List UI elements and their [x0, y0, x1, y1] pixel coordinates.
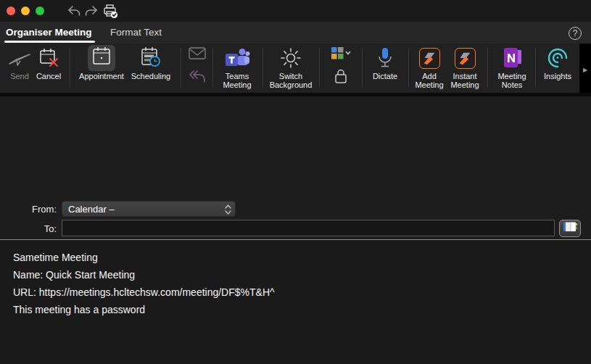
scheduling-button[interactable]: Scheduling	[128, 44, 173, 93]
to-input[interactable]	[62, 220, 555, 236]
ribbon-separator	[535, 48, 536, 87]
meeting-window: Organiser Meeting Format Text ? Send	[0, 0, 591, 364]
cancel-button[interactable]: Cancel	[32, 44, 65, 93]
from-label: From:	[0, 204, 57, 215]
mail-reply-group	[186, 44, 209, 87]
close-window-button[interactable]	[7, 7, 15, 15]
sun-icon	[267, 44, 315, 73]
ribbon-separator	[70, 48, 70, 87]
ribbon-separator	[263, 48, 263, 87]
body-line-password: This meeting has a password	[13, 304, 145, 315]
appointment-calendar-icon	[91, 46, 112, 70]
ribbon: Send Cancel	[0, 44, 591, 93]
from-value: Calendar –	[68, 204, 115, 215]
to-address-book-button[interactable]	[559, 220, 581, 237]
cancel-calendar-icon	[32, 44, 65, 73]
mail-icon[interactable]	[189, 47, 206, 63]
address-book-icon	[563, 221, 578, 236]
send-icon	[6, 44, 33, 73]
dictate-mic-icon	[365, 44, 405, 73]
onenote-icon	[492, 44, 532, 73]
teams-icon	[216, 44, 258, 73]
sametime-instant-meeting-icon	[455, 48, 476, 69]
lock-icon[interactable]	[334, 68, 348, 87]
categorize-icon[interactable]	[331, 47, 351, 63]
instant-meeting-button[interactable]: Instant Meeting	[446, 44, 484, 93]
meeting-notes-button[interactable]: Meeting Notes	[492, 44, 532, 93]
minimize-window-button[interactable]	[21, 7, 30, 15]
ribbon-separator	[212, 48, 213, 87]
zoom-window-button[interactable]	[36, 7, 44, 15]
teams-meeting-button[interactable]: Teams Meeting	[216, 44, 258, 93]
help-icon[interactable]: ?	[569, 27, 582, 40]
dictate-button[interactable]: Dictate	[365, 44, 405, 93]
appointment-button[interactable]: Appointment	[74, 44, 129, 93]
ribbon-overflow-button[interactable]: ▶	[579, 44, 591, 96]
titlebar	[0, 0, 591, 22]
appointment-selected-highlight	[88, 45, 115, 71]
ribbon-separator	[487, 48, 488, 87]
ribbon-separator	[319, 48, 320, 87]
tab-format-text[interactable]: Format Text	[110, 22, 162, 44]
insights-button[interactable]: Insights	[538, 44, 577, 93]
ribbon-separator	[408, 48, 409, 87]
body-line-title: Sametime Meeting	[13, 252, 98, 263]
from-calendar-select[interactable]: Calendar –	[62, 201, 236, 217]
ribbon-separator	[362, 48, 363, 87]
scheduling-clock-icon	[128, 44, 173, 73]
meeting-form: From: Calendar – To: Subject:	[0, 96, 591, 239]
body-line-name: Name: Quick Start Meeting	[13, 269, 135, 281]
undo-icon[interactable]	[67, 4, 81, 20]
ribbon-overflow-arrow-icon: ▶	[583, 67, 587, 73]
redo-icon[interactable]	[84, 4, 99, 20]
active-tab-underline	[4, 41, 95, 43]
sametime-add-meeting-icon	[419, 48, 440, 69]
print-check-icon[interactable]	[102, 4, 118, 22]
send-button[interactable]: Send	[6, 44, 33, 93]
meeting-body-editor[interactable]: Sametime Meeting Name: Quick Start Meeti…	[0, 240, 591, 364]
add-meeting-button[interactable]: Add Meeting	[412, 44, 447, 93]
switch-background-button[interactable]: Switch Background	[267, 44, 315, 93]
reply-all-icon[interactable]	[188, 70, 207, 87]
stepper-icon	[225, 204, 231, 218]
body-line-url: URL: https://meetings.hcltechsw.com/meet…	[13, 286, 275, 298]
ribbon-separator	[181, 48, 181, 87]
to-label: To:	[0, 223, 57, 234]
categorize-permissions-group	[323, 44, 358, 87]
insights-icon	[538, 44, 577, 73]
